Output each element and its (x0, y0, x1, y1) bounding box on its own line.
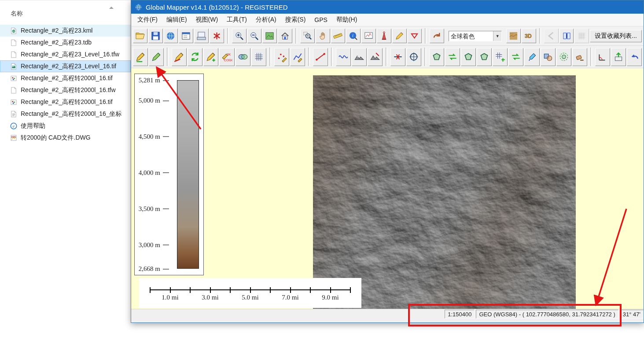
sort-ascending-icon (109, 7, 114, 9)
statusbar-segment: GEO (WGS84) - ( 102.7770486580, 31.79234… (476, 310, 618, 318)
Rectangle_#2_高程转2000l_16.tfw[interactable]: Rectangle_#2_高程转2000l_16.tfw (0, 84, 131, 96)
zoom-out-button[interactable] (247, 29, 262, 43)
create-cogo-feature-tool[interactable]: 3KCOGO (219, 48, 234, 66)
path-profile-tool-button[interactable] (361, 29, 376, 43)
window-resize-edge[interactable] (131, 319, 644, 322)
scalebar-tick (290, 287, 291, 293)
create-elevation-area-tool[interactable] (352, 48, 367, 66)
create-grid-tool[interactable] (251, 48, 266, 66)
name-search-button[interactable] (559, 29, 574, 43)
open-data-files-button[interactable] (133, 29, 147, 43)
name-column-header[interactable]: 名称 (0, 0, 131, 21)
toolbar-separator (590, 48, 592, 66)
digitizer-icon: 3KCOGO (221, 51, 232, 63)
configuration-button[interactable] (210, 29, 224, 43)
Rectangle_#2_高程23_Level_16.tfw[interactable]: Rectangle_#2_高程23_Level_16.tfw (0, 48, 131, 60)
file-name: Rectangle_#2_高程23.tdb (21, 39, 92, 47)
measure-tool-button[interactable] (331, 29, 346, 43)
Rectangle_#2_高程23.tdb[interactable]: Rectangle_#2_高程23.tdb (0, 37, 131, 48)
3d-view-button[interactable]: 3D (522, 29, 536, 43)
redo-digitization-tool[interactable] (188, 48, 202, 66)
erase-feature-tool[interactable] (572, 48, 587, 66)
map-layout-button[interactable] (194, 29, 209, 43)
open-control-center-button[interactable] (179, 29, 193, 43)
digitizer-icon (597, 51, 608, 63)
split-feature-tool[interactable] (390, 48, 405, 66)
undo-action-tool[interactable] (627, 48, 642, 66)
create-new-feature-tool[interactable] (203, 48, 218, 66)
move-feature-tool[interactable] (445, 48, 460, 66)
measure-angle-tool[interactable] (595, 48, 610, 66)
create-area-feature-tool[interactable] (429, 48, 444, 66)
Rectangle_#2_高程23_Level_16.tif[interactable]: Rectangle_#2_高程23_Level_16.tif (0, 60, 131, 72)
digitizer-edit-tool[interactable] (133, 48, 148, 66)
create-range-line-tool[interactable] (313, 48, 328, 66)
menu-item[interactable]: 文件(F) (133, 14, 162, 26)
digitizer-select-tool[interactable] (149, 48, 164, 66)
create-line-feature-tool[interactable] (290, 48, 305, 66)
map-viewport[interactable]: 5,281 m 5,000 m 4,500 m 4,000 m 3,500 m … (131, 68, 644, 309)
使用帮助[interactable]: e 使用帮助 (0, 120, 131, 132)
file-type-icon (10, 39, 18, 47)
转2000的 CAD文件.DWG[interactable]: DWG 转2000的 CAD文件.DWG (0, 132, 131, 144)
menu-item[interactable]: 帮助(H) (332, 14, 361, 26)
save-workspace-button[interactable] (148, 29, 163, 43)
shader-combobox[interactable]: 全球着色 ▼ (449, 31, 502, 41)
export-selection-tool[interactable] (611, 48, 626, 66)
favorites-list-button[interactable]: 设置收藏列表... (590, 30, 642, 42)
combine-areas-tool[interactable] (236, 48, 250, 66)
pan-tool-button[interactable] (316, 29, 330, 43)
create-point-feature-tool[interactable] (274, 48, 289, 66)
digitizer-icon (510, 51, 522, 63)
scalebar-tick (310, 287, 311, 293)
legend-label: 5,281 m (139, 77, 170, 84)
toolbar-icon (379, 31, 389, 41)
menu-item[interactable]: 分析(A) (251, 14, 281, 26)
menu-item[interactable]: 编辑(E) (162, 14, 191, 26)
Rectangle_#2_高程转2000l_16_坐标[interactable]: Rectangle_#2_高程转2000l_16_坐标 (0, 108, 131, 120)
file-name: Rectangle_#2_高程转2000l_16.tif (21, 74, 113, 82)
buffer-feature-tool[interactable] (556, 48, 571, 66)
style-feature-tool[interactable] (524, 48, 539, 66)
menu-item[interactable]: 工具(T) (222, 14, 251, 26)
zoom-default-view-button[interactable] (278, 29, 292, 43)
zoom-tool-button[interactable] (300, 29, 315, 43)
Rectangle_#2_高程转2000l_16.tif[interactable]: Rectangle_#2_高程转2000l_16.tif (0, 72, 131, 84)
Rectangle_#2_高程23.kml[interactable]: Rectangle_#2_高程23.kml (0, 25, 131, 37)
chevron-down-icon[interactable]: ▼ (493, 31, 501, 41)
toolbar-icon (432, 31, 442, 41)
filter-tool-button[interactable] (408, 29, 422, 43)
scale-feature-tool[interactable] (477, 48, 492, 66)
rotate-feature-tool[interactable] (461, 48, 476, 66)
menu-item[interactable]: 搜索(S) (281, 14, 310, 26)
toolbar-separator (386, 48, 387, 66)
scalebar-label: 5.0 mi (242, 294, 258, 301)
snap-vertex-tool[interactable] (406, 48, 421, 66)
file-type-icon: e (10, 122, 18, 130)
view-shed-tool-button[interactable] (377, 29, 391, 43)
digitizer-tool-button[interactable] (392, 29, 407, 43)
digitizer-icon (431, 51, 442, 63)
zoom-in-button[interactable] (232, 29, 247, 43)
dither-toggle-button[interactable] (574, 29, 589, 43)
Rectangle_#2_高程转2000l_16.tif[interactable]: Rectangle_#2_高程转2000l_16.tif (0, 96, 131, 108)
legend-label: 3,500 m (139, 205, 170, 212)
feature-info-tool-button[interactable]: i (346, 29, 361, 43)
grid-edit-tool[interactable] (493, 48, 508, 66)
menu-item[interactable]: 视图(W) (191, 14, 223, 26)
select-elevation-tool[interactable] (368, 48, 383, 66)
terrain-raster-layer (313, 75, 576, 309)
digitizer-icon (135, 51, 146, 63)
previous-view-button[interactable] (544, 29, 559, 43)
transform-feature-tool[interactable] (508, 48, 523, 66)
file-type-icon (10, 98, 18, 106)
window-titlebar[interactable]: Global Mapper v14.1 (b120512) - REGISTER… (131, 0, 644, 14)
download-online-data-button[interactable] (164, 29, 178, 43)
trace-feature-tool[interactable] (336, 48, 351, 66)
combine-features-tool[interactable] (541, 48, 556, 66)
zoom-full-extent-button[interactable] (262, 29, 277, 43)
undo-digitization-tool[interactable] (172, 48, 187, 66)
texture-map-button[interactable] (506, 29, 521, 43)
menu-item[interactable]: GPS (310, 15, 332, 25)
fly-through-tool-button[interactable] (430, 29, 444, 43)
